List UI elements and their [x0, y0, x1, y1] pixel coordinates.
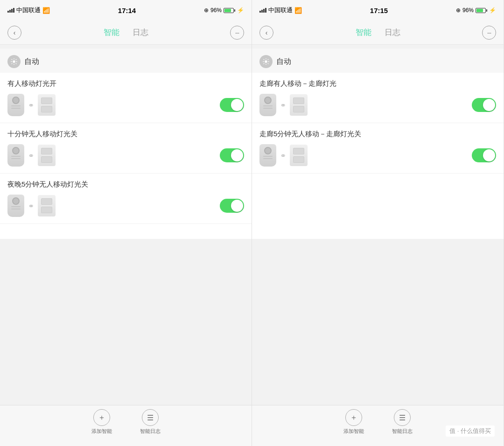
add-smart-tab-left[interactable]: ＋ 添加智能	[91, 409, 112, 435]
sensor-eye-3	[12, 197, 20, 205]
status-left-right: 中国联通 📶	[259, 6, 302, 14]
status-right-left: ⊕ 96% ⚡	[204, 7, 244, 14]
automation-item-1: 有人移动灯光开 ⚭	[0, 73, 252, 123]
battery-icon-right	[476, 8, 487, 13]
switch-device-2	[38, 145, 56, 166]
sensor-line-1	[11, 105, 21, 106]
toggle-1[interactable]	[220, 98, 244, 112]
auto-icon-left	[7, 55, 21, 68]
log-icon-right[interactable]: ☰	[394, 409, 411, 426]
smart-log-label-left: 智能日志	[140, 428, 161, 435]
sensor-line-3	[11, 156, 21, 157]
smart-log-tab-left[interactable]: ☰ 智能日志	[140, 409, 161, 435]
link-icon-2: ⚭	[28, 151, 34, 160]
sensor-line-r4	[263, 158, 273, 159]
sensor-eye-r1	[264, 97, 272, 104]
switch-device-r1	[290, 94, 308, 116]
more-button-right[interactable]: ···	[482, 26, 496, 40]
status-left: 中国联通 📶	[7, 6, 50, 14]
sensor-device-r2	[259, 144, 276, 167]
signal-icon-right	[259, 8, 266, 13]
location-icon-left: ⊕	[204, 7, 209, 14]
section-title-right: 自动	[276, 57, 291, 67]
tab-log-right[interactable]: 日志	[385, 25, 400, 40]
time-right: 17:15	[370, 7, 388, 14]
sensor-line-r1	[263, 105, 273, 106]
automation-list-right: 走廊有人移动－走廊灯光 ⚭ 走廊5分	[252, 73, 504, 239]
empty-area-left	[0, 239, 252, 405]
carrier-right: 中国联通	[268, 6, 293, 14]
add-icon-right[interactable]: ＋	[345, 409, 362, 426]
bottom-bar-left: ＋ 添加智能 ☰ 智能日志	[0, 405, 252, 446]
switch-btn-6	[41, 207, 52, 213]
back-button-right[interactable]: ‹	[259, 26, 273, 40]
toggle-r1[interactable]	[472, 98, 496, 112]
back-button-left[interactable]: ‹	[7, 26, 21, 40]
automation-item-3: 夜晚5分钟无人移动灯光关 ⚭	[0, 174, 252, 224]
charging-icon-left: ⚡	[237, 7, 244, 14]
switch-btn-4	[41, 156, 52, 163]
automation-row-2: ⚭	[7, 144, 244, 167]
automation-title-2: 十分钟无人移动灯光关	[7, 130, 244, 139]
switch-btn-2	[41, 106, 52, 112]
device-icons-1: ⚭	[7, 94, 56, 116]
switch-btn-1	[41, 98, 52, 104]
smart-log-tab-right[interactable]: ☰ 智能日志	[392, 409, 413, 435]
switch-btn-3	[41, 148, 52, 154]
status-bar-right: 中国联通 📶 17:15 ⊕ 96% ⚡	[252, 0, 504, 21]
switch-device-3	[38, 195, 56, 216]
nav-tabs-right: 智能 日志	[356, 25, 400, 40]
gear-icon-left	[10, 58, 18, 65]
automation-row-1: ⚭	[7, 94, 244, 116]
more-button-left[interactable]: ···	[230, 26, 244, 40]
signal-icon	[7, 8, 14, 13]
automation-item-2: 十分钟无人移动灯光关 ⚭	[0, 123, 252, 174]
divider-right-1	[252, 45, 504, 49]
device-icons-r1: ⚭	[259, 94, 308, 116]
sensor-device-2	[7, 144, 24, 167]
log-icon-left[interactable]: ☰	[142, 409, 159, 426]
link-icon-r2: ⚭	[280, 151, 286, 160]
tab-smart-right[interactable]: 智能	[356, 25, 371, 40]
automation-title-r1: 走廊有人移动－走廊灯光	[259, 79, 496, 88]
toggle-3[interactable]	[220, 199, 244, 213]
nav-tabs-left: 智能 日志	[104, 25, 148, 40]
link-icon-1: ⚭	[28, 101, 34, 110]
add-smart-tab-right[interactable]: ＋ 添加智能	[343, 409, 364, 435]
section-header-right: 自动	[252, 49, 504, 73]
tab-log-left[interactable]: 日志	[133, 25, 148, 40]
sensor-eye-r2	[264, 147, 272, 154]
sensor-eye-1	[12, 97, 20, 104]
sensor-device-r1	[259, 94, 276, 116]
charging-icon-right: ⚡	[489, 7, 496, 14]
sensor-line-2	[11, 108, 21, 109]
device-icons-r2: ⚭	[259, 144, 308, 167]
sensor-line-6	[11, 209, 21, 209]
smart-log-label-right: 智能日志	[392, 428, 413, 435]
add-smart-label-right: 添加智能	[343, 428, 364, 435]
sensor-eye-2	[12, 147, 20, 154]
automation-row-r1: ⚭	[259, 94, 496, 116]
sensor-line-5	[11, 206, 21, 207]
battery-percent-right: 96%	[462, 7, 474, 14]
nav-bar-left: ‹ 智能 日志 ···	[0, 21, 252, 45]
toggle-2[interactable]	[220, 148, 244, 162]
svg-point-0	[13, 60, 15, 63]
switch-btn-r1	[293, 98, 304, 104]
sensor-line-r2	[263, 108, 273, 109]
toggle-r2[interactable]	[472, 148, 496, 162]
add-icon-left[interactable]: ＋	[93, 409, 110, 426]
sensor-line-4	[11, 158, 21, 159]
switch-btn-r2	[293, 106, 304, 112]
time-left: 17:14	[118, 7, 136, 14]
tab-smart-left[interactable]: 智能	[104, 25, 119, 40]
automation-item-r2: 走廊5分钟无人移动－走廊灯光关 ⚭	[252, 123, 504, 174]
automation-title-1: 有人移动灯光开	[7, 79, 244, 88]
switch-btn-r3	[293, 148, 304, 154]
automation-item-r1: 走廊有人移动－走廊灯光 ⚭	[252, 73, 504, 123]
automation-row-3: ⚭	[7, 195, 244, 217]
battery-icon-left	[224, 8, 235, 13]
wifi-icon-left: 📶	[42, 7, 50, 14]
status-bar-left: 中国联通 📶 17:14 ⊕ 96% ⚡	[0, 0, 252, 21]
sensor-line-r3	[263, 156, 273, 157]
